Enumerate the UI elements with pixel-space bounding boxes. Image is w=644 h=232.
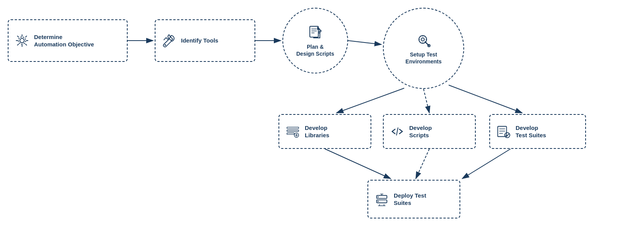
- svg-line-10: [462, 149, 511, 179]
- svg-point-12: [19, 37, 26, 44]
- node-libraries-label: DevelopLibraries: [305, 124, 329, 139]
- svg-point-37: [378, 201, 379, 202]
- tools-icon: [162, 33, 176, 48]
- svg-rect-23: [287, 130, 299, 131]
- svg-line-8: [325, 149, 391, 179]
- svg-line-28: [396, 128, 398, 135]
- svg-rect-24: [287, 133, 294, 135]
- node-libraries: DevelopLibraries: [278, 114, 371, 149]
- scripts-icon: [390, 124, 405, 139]
- diagram-container: DetermineAutomation Objective Identify T…: [0, 0, 644, 232]
- node-setup: Setup TestEnvironments: [383, 8, 464, 89]
- svg-point-11: [20, 38, 24, 43]
- node-testsuites-label: DevelopTest Suites: [516, 124, 546, 139]
- svg-line-5: [337, 88, 404, 113]
- svg-line-6: [424, 89, 429, 113]
- setup-icon: [415, 32, 432, 49]
- node-deploy: Deploy TestSuites: [367, 180, 460, 218]
- svg-line-4: [348, 41, 381, 44]
- libraries-icon: [285, 124, 300, 139]
- plan-icon: [307, 24, 324, 41]
- node-scripts-label: DevelopScripts: [409, 124, 432, 139]
- gear-icon: [15, 33, 29, 48]
- deploy-icon: [374, 192, 389, 206]
- node-setup-label: Setup TestEnvironments: [405, 51, 441, 65]
- node-plan: Plan &Design Scripts: [282, 8, 348, 73]
- node-tools: Identify Tools: [155, 19, 255, 62]
- svg-point-19: [421, 38, 424, 41]
- testsuites-icon: [496, 124, 511, 139]
- node-plan-label: Plan &Design Scripts: [296, 43, 334, 57]
- node-tools-label: Identify Tools: [181, 37, 218, 44]
- node-objective-label: DetermineAutomation Objective: [34, 33, 94, 48]
- svg-point-13: [165, 44, 166, 46]
- svg-rect-29: [498, 126, 507, 137]
- node-scripts: DevelopScripts: [383, 114, 476, 149]
- svg-line-9: [416, 149, 429, 179]
- node-testsuites: DevelopTest Suites: [489, 114, 586, 149]
- svg-line-7: [449, 85, 522, 113]
- node-objective: DetermineAutomation Objective: [8, 19, 128, 62]
- svg-rect-22: [287, 127, 299, 129]
- svg-rect-14: [310, 26, 318, 37]
- svg-point-36: [378, 196, 379, 198]
- node-deploy-label: Deploy TestSuites: [394, 192, 426, 207]
